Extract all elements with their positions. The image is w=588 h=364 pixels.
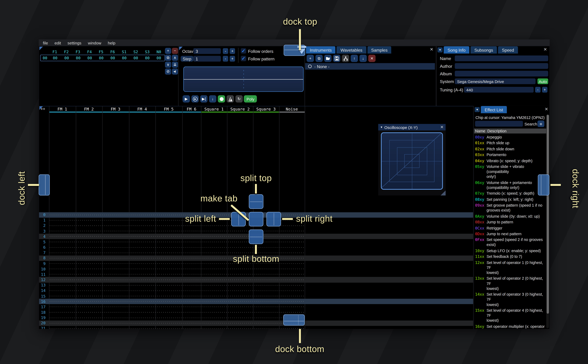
poly-button[interactable]: Poly: [244, 95, 257, 103]
author-field[interactable]: [455, 63, 548, 69]
order-cell[interactable]: 00: [84, 56, 95, 60]
pattern-row[interactable]: 17: [39, 304, 473, 310]
pattern-row[interactable]: 13: [39, 283, 473, 288]
dock-bottom-target[interactable]: [283, 314, 305, 325]
instrument-list-item[interactable]: - None -: [305, 63, 435, 70]
effect-row[interactable]: 04xy Vibrato (x: speed; y: depth): [474, 158, 547, 163]
pattern-row[interactable]: 15: [39, 293, 473, 299]
name-field[interactable]: [455, 55, 548, 61]
tuning-minus-button[interactable]: -: [535, 87, 541, 93]
effect-list-tab[interactable]: Effect List: [481, 106, 507, 113]
close-icon[interactable]: ✕: [545, 107, 548, 112]
channel-header[interactable]: Square 2: [227, 106, 253, 112]
effect-row[interactable]: 02xx Pitch slide down: [474, 146, 547, 151]
channel-header[interactable]: FM 6: [182, 106, 201, 112]
effect-row[interactable]: 11xx Set feedback (0 to 7): [474, 254, 547, 259]
system-field[interactable]: Sega Genesis/Mega Drive: [455, 78, 536, 84]
pattern-row[interactable]: 16: [39, 299, 473, 304]
song-info-tab[interactable]: Song Info: [444, 46, 469, 54]
pattern-row[interactable]: 20: [39, 320, 473, 326]
split-bottom-target[interactable]: [249, 229, 263, 244]
effect-row[interactable]: 08xy Set panning (x: left; y: right): [474, 197, 547, 202]
move-instrument-up-button[interactable]: ↑: [351, 55, 358, 62]
instruments-tab[interactable]: Instruments: [306, 46, 336, 54]
order-row[interactable]: 00 00000000000000000000: [40, 55, 165, 61]
octave-minus-button[interactable]: -: [223, 48, 228, 54]
tuning-field[interactable]: 440: [464, 87, 534, 93]
order-cell[interactable]: 00: [119, 56, 130, 60]
effect-row[interactable]: 0Cxx Retrigger: [474, 226, 547, 231]
collapse-icon[interactable]: ▼: [475, 107, 480, 112]
repeat-pattern-button[interactable]: ↻: [235, 95, 243, 103]
effect-search-input[interactable]: [475, 121, 523, 127]
effect-row[interactable]: 12xx Set level of operator 1 (0 highest,…: [474, 260, 547, 275]
channel-header[interactable]: Square 1: [201, 106, 227, 112]
pattern-row[interactable]: 12: [39, 277, 473, 283]
pattern-row[interactable]: 19: [39, 315, 473, 320]
menu-item[interactable]: help: [108, 40, 115, 45]
duplicate-order-end-button[interactable]: ⇊: [172, 62, 178, 68]
follow-orders-checkbox[interactable]: ✓: [241, 48, 246, 53]
pattern-row[interactable]: 18: [39, 310, 473, 315]
effect-row[interactable]: 0Fxx Set speed (speed 2 if no grooves ex…: [474, 237, 547, 247]
duplicate-instrument-button[interactable]: ⧉: [315, 55, 323, 62]
remove-order-button[interactable]: −: [172, 48, 178, 54]
move-order-up-button[interactable]: ∧: [172, 55, 178, 61]
collapse-icon[interactable]: ▼: [437, 47, 443, 52]
step-input[interactable]: 1: [193, 56, 221, 62]
effect-row[interactable]: 14xx Set level of operator 3 (0 highest,…: [474, 292, 547, 307]
order-cell[interactable]: 00: [73, 56, 84, 60]
effect-row[interactable]: 0Bxx Jump to pattern: [474, 220, 547, 225]
tuning-plus-button[interactable]: +: [542, 87, 547, 93]
collapse-corner-icon[interactable]: [40, 47, 43, 50]
effect-row[interactable]: 0Axy Volume slide (0y: down; x0: up): [474, 214, 547, 219]
menu-item[interactable]: file: [43, 40, 48, 45]
channel-header[interactable]: FM 3: [102, 106, 129, 112]
effect-row[interactable]: 00xy Arpeggio: [474, 135, 547, 140]
follow-pattern-checkbox[interactable]: ✓: [241, 56, 246, 61]
effect-row[interactable]: 05xy Volume slide + vibrato (compatibili…: [474, 164, 547, 179]
instrument-type-button[interactable]: [342, 55, 349, 62]
effect-row[interactable]: 07xy Tremolo (x: speed; y: depth): [474, 191, 547, 196]
effect-row[interactable]: 16xy Set operator multiplier (x: operato…: [474, 324, 547, 329]
play-from-cursor-button[interactable]: ▶|: [200, 95, 208, 103]
order-cell[interactable]: 00: [107, 56, 119, 60]
menu-item[interactable]: window: [88, 40, 101, 45]
order-cell[interactable]: 00: [130, 56, 142, 60]
menu-item[interactable]: edit: [55, 40, 61, 45]
effect-row[interactable]: 03xx Portamento: [474, 152, 547, 157]
order-cell[interactable]: 00: [49, 56, 61, 60]
play-from-beginning-button[interactable]: ▶: [192, 95, 199, 103]
effect-row[interactable]: 10xy Setup LFO (x: enable; y: speed): [474, 248, 547, 253]
play-button[interactable]: ▶: [183, 95, 190, 103]
step-minus-button[interactable]: -: [223, 56, 228, 62]
order-cell[interactable]: 00: [142, 56, 153, 60]
close-icon[interactable]: ✕: [543, 47, 547, 52]
close-icon[interactable]: ✕: [440, 125, 444, 130]
pattern-row[interactable]: 14: [39, 288, 473, 293]
make-tab-target[interactable]: [249, 212, 263, 227]
effect-row[interactable]: 15xx Set level of operator 4 (0 highest,…: [474, 308, 547, 323]
channel-header[interactable]: FM 5: [155, 106, 182, 112]
effect-row[interactable]: 01xx Pitch slide up: [474, 141, 547, 146]
song-info-tab[interactable]: Speed: [498, 46, 518, 54]
add-instrument-button[interactable]: +: [307, 55, 314, 62]
channel-header[interactable]: FM 4: [129, 106, 155, 112]
step-one-row-button[interactable]: ↓: [209, 95, 216, 103]
pattern-row[interactable]: 11: [39, 272, 473, 277]
metronome-button[interactable]: [227, 95, 234, 103]
dock-left-target[interactable]: [39, 175, 50, 195]
album-field[interactable]: [455, 71, 548, 77]
octave-input[interactable]: 3: [193, 48, 221, 54]
order-cell[interactable]: 00: [153, 56, 165, 60]
step-plus-button[interactable]: +: [230, 56, 235, 62]
order-cell[interactable]: 00: [61, 56, 73, 60]
order-change-mode-button[interactable]: ➤: [172, 69, 178, 75]
instruments-tab[interactable]: Wavetables: [337, 46, 366, 54]
collapse-corner-icon[interactable]: [179, 47, 183, 50]
effect-row[interactable]: 13xx Set level of operator 2 (0 highest,…: [474, 276, 547, 291]
octave-plus-button[interactable]: +: [230, 48, 235, 54]
channel-header[interactable]: Square 3: [253, 106, 279, 112]
open-instrument-button[interactable]: [324, 55, 331, 62]
oscilloscope-titlebar[interactable]: ▼ Oscilloscope (X-Y) ✕: [378, 124, 446, 130]
